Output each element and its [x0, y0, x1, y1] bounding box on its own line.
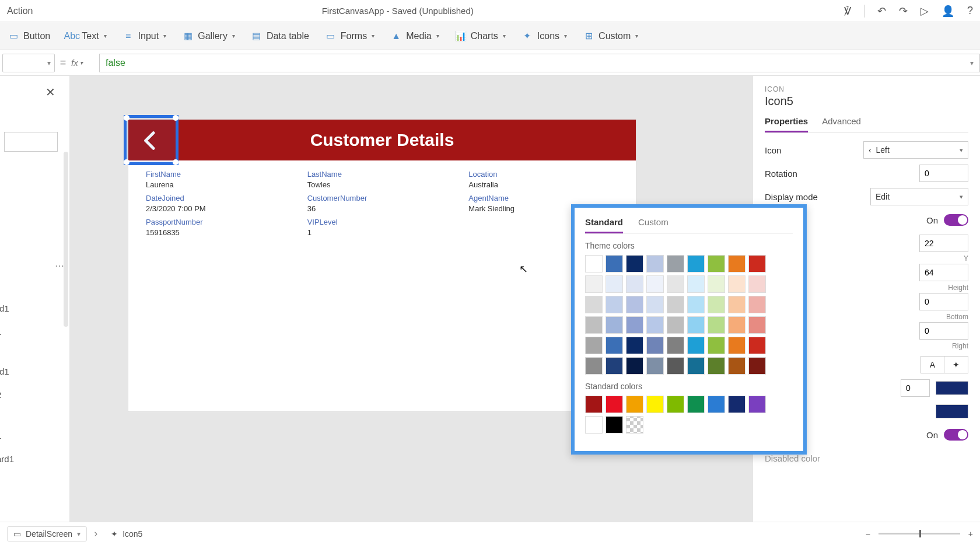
help-icon[interactable]: ?	[967, 5, 973, 17]
color-swatch[interactable]	[626, 416, 643, 434]
ribbon-media[interactable]: ▲Media▾	[391, 31, 439, 41]
color-swatch[interactable]	[687, 316, 705, 334]
color-swatch[interactable]	[646, 396, 664, 413]
color-swatch[interactable]	[606, 275, 623, 293]
user-icon[interactable]: 👤	[942, 5, 954, 18]
font-segment[interactable]: A ✦	[921, 356, 968, 373]
color-swatch[interactable]	[687, 396, 705, 413]
color-swatch[interactable]	[687, 296, 705, 313]
color-swatch[interactable]	[728, 396, 746, 413]
zoom-in[interactable]: +	[968, 529, 973, 539]
color-swatch[interactable]	[748, 316, 766, 334]
tree-item[interactable]: 2	[0, 390, 1, 400]
more-icon[interactable]: ⋯	[55, 260, 65, 271]
color-swatch[interactable]	[708, 396, 725, 413]
color-swatch[interactable]	[626, 275, 643, 293]
color-swatch[interactable]	[708, 255, 725, 272]
color-swatch[interactable]	[606, 255, 623, 272]
prop-display-dropdown[interactable]: Edit▾	[870, 188, 968, 205]
color-swatch[interactable]	[667, 296, 684, 313]
zoom-slider[interactable]	[878, 533, 960, 534]
colorpicker-tab-standard[interactable]: Standard	[585, 217, 623, 233]
ribbon-datatable[interactable]: ▤Data table	[251, 31, 309, 41]
color-swatch[interactable]	[708, 337, 725, 354]
search-box[interactable]	[4, 132, 58, 152]
ribbon-gallery[interactable]: ▦Gallery▾	[183, 31, 235, 41]
zoom-out[interactable]: −	[866, 529, 870, 539]
color-swatch[interactable]	[687, 357, 705, 375]
color-swatch[interactable]	[626, 337, 643, 354]
ribbon-input[interactable]: ≡Input▾	[123, 31, 167, 41]
tab-properties[interactable]: Properties	[765, 116, 808, 132]
color-swatch[interactable]	[728, 316, 746, 334]
ribbon-icons[interactable]: ✦Icons▾	[522, 31, 567, 41]
seg-font[interactable]: A	[921, 357, 944, 373]
color-swatch[interactable]	[646, 357, 664, 375]
padding-right-input[interactable]	[919, 322, 968, 340]
undo-icon[interactable]: ↶	[877, 5, 886, 18]
color-swatch[interactable]	[646, 275, 664, 293]
close-icon[interactable]: ✕	[46, 85, 55, 99]
health-icon[interactable]: ℣	[844, 5, 851, 18]
color-swatch[interactable]	[667, 316, 684, 334]
color-swatch[interactable]	[667, 396, 684, 413]
color-swatch[interactable]	[646, 337, 664, 354]
color-swatch[interactable]	[687, 337, 705, 354]
color-swatch[interactable]	[708, 296, 725, 313]
visible-toggle[interactable]	[944, 214, 968, 226]
color-swatch[interactable]	[936, 381, 968, 395]
play-icon[interactable]: ▷	[921, 5, 929, 18]
redo-icon[interactable]: ↷	[899, 5, 908, 18]
ribbon-forms[interactable]: ▭Forms▾	[326, 31, 374, 41]
color-swatch[interactable]	[748, 275, 766, 293]
prop-rotation-input[interactable]	[919, 165, 968, 182]
color-swatch[interactable]	[667, 337, 684, 354]
color-swatch[interactable]	[585, 337, 603, 354]
color-swatch[interactable]	[626, 255, 643, 272]
color-swatch[interactable]	[585, 416, 603, 434]
breadcrumb-screen[interactable]: ▭ DetailScreen ▾	[7, 526, 87, 541]
color-swatch[interactable]	[606, 416, 623, 434]
selection-box[interactable]	[124, 115, 178, 165]
pos-x-input[interactable]	[919, 235, 968, 252]
color-swatch[interactable]	[606, 296, 623, 313]
breadcrumb-control[interactable]: ✦ Icon5	[104, 526, 149, 541]
color-swatch[interactable]	[748, 296, 766, 313]
padding-bottom-input[interactable]	[919, 293, 968, 310]
color-swatch[interactable]	[585, 275, 603, 293]
color-swatch[interactable]	[626, 316, 643, 334]
formula-input[interactable]: false ▾	[99, 54, 980, 72]
color-swatch[interactable]	[708, 357, 725, 375]
seg-fill-icon[interactable]: ✦	[944, 357, 968, 373]
color-swatch[interactable]	[667, 275, 684, 293]
color-swatch[interactable]	[728, 337, 746, 354]
color-swatch[interactable]	[728, 296, 746, 313]
color-swatch-2[interactable]	[936, 404, 968, 418]
color-swatch[interactable]	[687, 255, 705, 272]
tree-item[interactable]: 1	[0, 327, 1, 337]
color-swatch[interactable]	[748, 357, 766, 375]
tree-item[interactable]: 1	[0, 431, 1, 441]
color-swatch[interactable]	[687, 275, 705, 293]
tree-item[interactable]: rd1	[0, 366, 9, 376]
color-swatch[interactable]	[728, 357, 746, 375]
color-swatch[interactable]	[585, 357, 603, 375]
color-swatch[interactable]	[626, 357, 643, 375]
color-swatch[interactable]	[646, 255, 664, 272]
color-swatch[interactable]	[728, 255, 746, 272]
ribbon-text[interactable]: AbcText▾	[66, 31, 106, 41]
tree-item[interactable]: rd1	[0, 303, 9, 313]
toggle-2[interactable]	[944, 429, 968, 441]
ribbon-charts[interactable]: 📊Charts▾	[456, 31, 506, 41]
color-swatch[interactable]	[748, 255, 766, 272]
color-swatch[interactable]	[585, 316, 603, 334]
color-swatch[interactable]	[585, 396, 603, 413]
scrollbar[interactable]	[64, 152, 68, 327]
color-swatch[interactable]	[728, 275, 746, 293]
border-width-input[interactable]	[901, 379, 930, 397]
color-swatch[interactable]	[585, 296, 603, 313]
color-swatch[interactable]	[606, 396, 623, 413]
color-swatch[interactable]	[626, 296, 643, 313]
color-swatch[interactable]	[606, 357, 623, 375]
tree-item[interactable]: ard1	[0, 454, 14, 464]
